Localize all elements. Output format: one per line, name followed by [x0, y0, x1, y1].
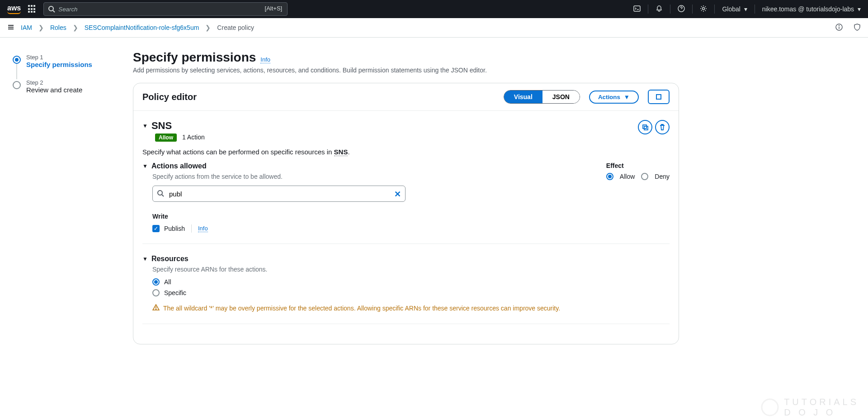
- account-menu[interactable]: nikee.tomas @ tutorialsdojo-labs ▾: [762, 5, 861, 13]
- chevron-right-icon: ❯: [38, 24, 44, 31]
- svg-point-17: [156, 309, 156, 309]
- divider: [191, 224, 192, 233]
- watermark: TUTORIALS D O J O: [760, 397, 859, 418]
- svg-rect-13: [644, 126, 648, 130]
- svg-rect-11: [656, 95, 661, 99]
- svg-point-10: [839, 25, 840, 26]
- fullscreen-button[interactable]: [648, 90, 670, 104]
- aws-logo[interactable]: aws: [7, 4, 21, 14]
- resources-all-radio[interactable]: [152, 278, 160, 286]
- collapse-icon[interactable]: ▼: [142, 256, 148, 262]
- publish-action-label: Publish: [164, 225, 185, 232]
- svg-point-0: [49, 6, 53, 11]
- statement-service-name: SNS: [151, 120, 172, 132]
- statement-description: Specify what actions can be performed on…: [142, 148, 670, 156]
- chevron-right-icon: ❯: [73, 24, 78, 31]
- breadcrumb-current: Create policy: [217, 24, 254, 31]
- search-shortcut-hint: [Alt+S]: [265, 5, 283, 12]
- actions-search-input[interactable]: [152, 186, 406, 202]
- editor-mode-visual[interactable]: Visual: [504, 91, 542, 103]
- divider: [142, 324, 670, 324]
- resources-section-help: Specify resource ARNs for these actions.: [152, 266, 670, 273]
- svg-line-15: [162, 195, 164, 196]
- nav-toggle-icon[interactable]: [7, 24, 14, 32]
- settings-icon[interactable]: [700, 5, 707, 14]
- search-icon: [157, 190, 164, 198]
- step-number: Step 1: [26, 54, 92, 61]
- step-indicator-icon: [13, 81, 21, 89]
- shield-icon[interactable]: [854, 24, 861, 32]
- cloudshell-icon[interactable]: [633, 5, 641, 14]
- info-icon[interactable]: [835, 24, 843, 32]
- page-info-link[interactable]: Info: [260, 56, 270, 63]
- action-count: 1 Action: [182, 134, 205, 141]
- duplicate-statement-button[interactable]: [638, 120, 652, 134]
- breadcrumb-roles[interactable]: Roles: [50, 24, 66, 31]
- chevron-right-icon: ❯: [205, 24, 211, 31]
- resources-section-title: Resources: [151, 255, 189, 263]
- policy-editor-title: Policy editor: [142, 92, 197, 102]
- resources-all-label: All: [164, 278, 171, 286]
- step-label: Specify permissions: [26, 61, 92, 68]
- wizard-step-1[interactable]: Step 1 Specify permissions: [13, 54, 127, 68]
- effect-deny-radio[interactable]: [641, 173, 648, 180]
- effect-deny-label: Deny: [655, 173, 670, 180]
- page-title: Specify permissions: [133, 50, 256, 65]
- svg-point-14: [158, 191, 162, 195]
- breadcrumb-iam[interactable]: IAM: [21, 24, 32, 31]
- services-grid-icon[interactable]: [28, 5, 36, 13]
- wildcard-warning-text: The all wildcard '*' may be overly permi…: [163, 305, 560, 312]
- collapse-icon[interactable]: ▼: [142, 163, 148, 169]
- actions-section-help: Specify actions from the service to be a…: [152, 173, 670, 180]
- clear-search-icon[interactable]: ✕: [394, 189, 401, 199]
- actions-section-title: Actions allowed: [151, 162, 207, 170]
- publish-info-link[interactable]: Info: [198, 225, 208, 232]
- caret-down-icon: ▼: [624, 94, 630, 100]
- delete-statement-button[interactable]: [655, 120, 670, 134]
- svg-point-4: [703, 7, 705, 10]
- resources-specific-label: Specific: [164, 289, 186, 296]
- region-selector[interactable]: Global ▾: [722, 5, 747, 13]
- effect-title: Effect: [606, 162, 670, 169]
- editor-mode-toggle: Visual JSON: [504, 90, 580, 104]
- page-description: Add permissions by selecting services, a…: [133, 67, 679, 74]
- effect-allow-label: Allow: [620, 173, 635, 180]
- collapse-icon[interactable]: ▼: [142, 123, 148, 129]
- breadcrumb-role-name[interactable]: SESComplaintNotification-role-sfg6x5um: [85, 24, 199, 31]
- step-number: Step 2: [26, 79, 82, 86]
- wizard-step-2[interactable]: Step 2 Review and create: [13, 79, 127, 94]
- resources-specific-radio[interactable]: [152, 289, 160, 296]
- divider: [142, 243, 670, 244]
- svg-line-1: [53, 10, 55, 12]
- help-icon[interactable]: [678, 5, 685, 14]
- effect-allow-radio[interactable]: [606, 173, 613, 180]
- global-search-input[interactable]: [43, 2, 288, 16]
- notifications-icon[interactable]: [656, 5, 663, 14]
- actions-dropdown-button[interactable]: Actions ▼: [589, 91, 639, 104]
- publish-checkbox[interactable]: ✓: [152, 225, 160, 232]
- svg-point-18: [762, 399, 778, 415]
- svg-rect-2: [634, 6, 640, 11]
- search-icon: [48, 5, 55, 14]
- write-category-label: Write: [152, 213, 670, 220]
- svg-rect-12: [643, 125, 646, 129]
- effect-badge: Allow: [155, 134, 177, 142]
- step-label: Review and create: [26, 86, 82, 94]
- editor-mode-json[interactable]: JSON: [542, 91, 580, 103]
- step-indicator-active-icon: [13, 56, 21, 64]
- warning-icon: [152, 304, 160, 313]
